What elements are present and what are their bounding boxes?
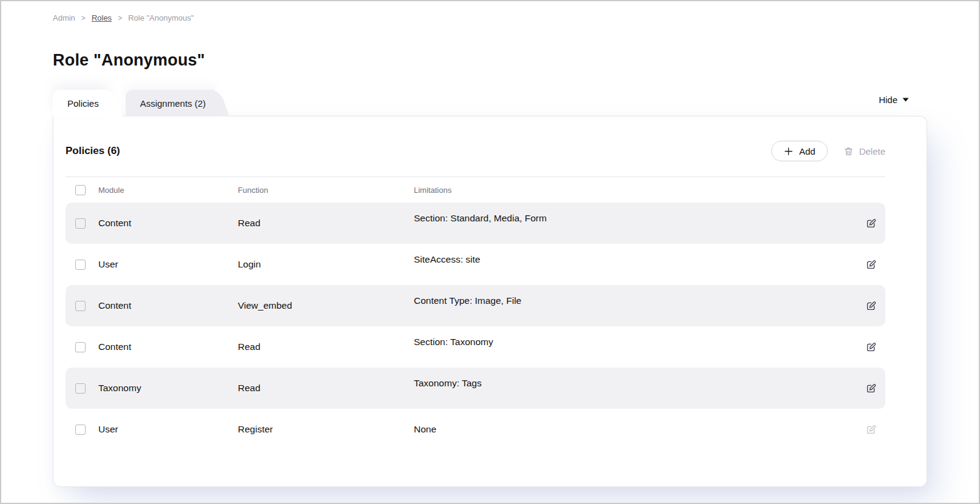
- edit-policy-button[interactable]: [856, 422, 885, 438]
- limitations-cell: Section: Taxonomy: [414, 337, 856, 348]
- edit-icon: [865, 424, 877, 435]
- edit-policy-button[interactable]: [856, 298, 885, 314]
- function-cell: Read: [238, 218, 414, 229]
- breadcrumb-separator: >: [81, 14, 86, 22]
- policies-panel: Policies (6) Add Delete Module Function …: [53, 116, 927, 487]
- table-row: Taxonomy Read Taxonomy: Tags: [66, 368, 885, 409]
- function-cell: Register: [238, 424, 414, 435]
- limitations-cell: Taxonomy: Tags: [414, 378, 856, 389]
- limitations-cell: Content Type: Image, File: [414, 295, 856, 306]
- row-checkbox[interactable]: [75, 425, 86, 435]
- breadcrumb-separator: >: [118, 14, 122, 22]
- tab-policies[interactable]: Policies: [53, 90, 107, 116]
- tab-assignments[interactable]: Assignments (2): [126, 90, 214, 116]
- module-cell: User: [98, 259, 238, 270]
- edit-icon: [865, 218, 877, 229]
- table-header: Module Function Limitations: [66, 177, 885, 203]
- edit-policy-button[interactable]: [856, 215, 885, 232]
- edit-icon: [865, 300, 877, 312]
- plus-icon: [783, 146, 794, 156]
- caret-down-icon: [902, 98, 909, 102]
- select-all-checkbox[interactable]: [75, 185, 86, 195]
- trash-icon: [843, 146, 854, 156]
- row-checkbox[interactable]: [75, 218, 86, 229]
- edit-policy-button[interactable]: [856, 380, 885, 397]
- edit-policy-button[interactable]: [856, 257, 885, 273]
- add-policy-button[interactable]: Add: [771, 141, 828, 161]
- panel-header: Policies (6) Add Delete: [66, 141, 885, 161]
- column-header-limitations: Limitations: [414, 186, 856, 195]
- edit-icon: [865, 341, 877, 353]
- limitations-cell: Section: Standard, Media, Form: [414, 213, 856, 224]
- function-cell: View_embed: [238, 300, 414, 311]
- module-cell: Content: [98, 341, 238, 352]
- column-header-module: Module: [98, 186, 238, 195]
- table-row: Content Read Section: Taxonomy: [66, 326, 885, 368]
- module-cell: User: [98, 424, 238, 435]
- tab-policies-label: Policies: [67, 98, 99, 109]
- panel-actions: Add Delete: [771, 141, 885, 161]
- hide-toggle-label: Hide: [879, 95, 897, 105]
- edit-icon: [865, 259, 877, 270]
- function-cell: Read: [238, 341, 414, 352]
- edit-icon: [865, 383, 877, 394]
- table-row: User Register None: [66, 409, 885, 450]
- tab-bar: Policies Assignments (2) Hide: [53, 90, 927, 116]
- limitations-cell: SiteAccess: site: [414, 254, 856, 265]
- limitations-cell: None: [414, 424, 856, 435]
- module-cell: Content: [98, 218, 238, 229]
- breadcrumb: Admin > Roles > Role "Anonymous": [53, 13, 927, 22]
- table-row: Content Read Section: Standard, Media, F…: [66, 203, 885, 244]
- module-cell: Content: [98, 300, 238, 311]
- delete-policy-label: Delete: [859, 146, 885, 156]
- row-checkbox[interactable]: [75, 383, 86, 394]
- module-cell: Taxonomy: [98, 383, 238, 394]
- function-cell: Read: [238, 383, 414, 394]
- row-checkbox[interactable]: [75, 301, 86, 311]
- row-checkbox[interactable]: [75, 260, 86, 270]
- table-row: User Login SiteAccess: site: [66, 244, 885, 285]
- delete-policy-button[interactable]: Delete: [843, 146, 885, 156]
- tab-assignments-label: Assignments (2): [140, 98, 206, 109]
- breadcrumb-item-roles[interactable]: Roles: [92, 13, 112, 22]
- column-header-function: Function: [238, 186, 414, 195]
- hide-toggle[interactable]: Hide: [879, 95, 927, 111]
- add-policy-label: Add: [799, 146, 816, 156]
- page: Admin > Roles > Role "Anonymous" Role "A…: [1, 1, 979, 503]
- row-checkbox[interactable]: [75, 342, 86, 352]
- breadcrumb-item-current: Role "Anonymous": [128, 13, 194, 22]
- page-title: Role "Anonymous": [53, 51, 927, 70]
- breadcrumb-item-admin[interactable]: Admin: [53, 13, 75, 22]
- function-cell: Login: [238, 259, 414, 270]
- panel-title: Policies (6): [66, 145, 120, 157]
- edit-policy-button[interactable]: [856, 339, 885, 355]
- policies-table-body: Content Read Section: Standard, Media, F…: [66, 203, 885, 450]
- table-row: Content View_embed Content Type: Image, …: [66, 285, 885, 326]
